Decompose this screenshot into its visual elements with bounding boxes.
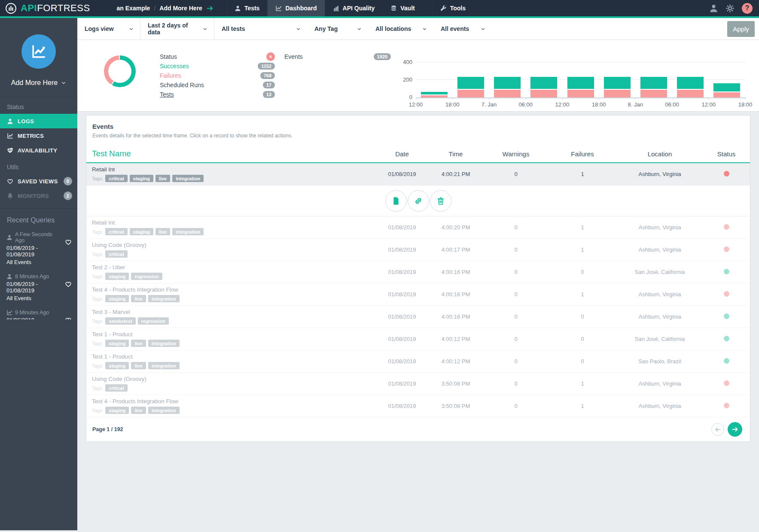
status-dot-failure [724,291,729,297]
chart-x-tick-label: 8. Jan [628,101,643,108]
date-cell: 01/08/2019 [376,313,428,320]
filter-dropdown-any-tag[interactable]: Any Tag [307,18,368,40]
nav-item-vault[interactable]: Vault [382,0,422,16]
top-navbar: APIFORTRESS an Example / Add More Here T… [0,0,759,18]
status-row-status: Status [160,52,275,61]
breadcrumb-section[interactable]: Add More Here [159,5,202,12]
bar-failure-segment [494,90,521,97]
filter-dropdown-last-2-days-of-data[interactable]: Last 2 days of data [140,18,214,40]
status-row-successes: Successes1152 [160,61,275,71]
filter-dropdown-all-tests[interactable]: All tests [214,18,307,40]
nav-item-tests[interactable]: Tests [226,0,268,16]
sidebar-item-logs[interactable]: LOGS [0,114,77,128]
next-page-button[interactable] [728,422,742,437]
main-nav-menu: TestsDashboardAPI QualityVaultTools [226,0,474,16]
bar-failure-segment [640,90,667,97]
favorite-heart-icon[interactable] [65,317,72,319]
table-row[interactable]: Retail IntTags:criticalstagingliveintegr… [86,163,750,185]
recent-query-item[interactable]: 8 Minutes Ago01/06/2019 - 01/08/2019All … [0,271,77,307]
link-action-button[interactable] [408,190,429,212]
table-row[interactable]: Test 1 - ProductTags:stagingliveintegrat… [86,350,750,373]
bar-success-segment [421,92,448,95]
tags-label: Tags: [92,296,103,301]
failures-cell: 1 [548,224,617,231]
breadcrumb-project[interactable]: an Example [117,5,150,12]
sidebar-item-metrics[interactable]: METRICS [0,128,77,143]
recent-query-item[interactable]: A Few Seconds Ago01/06/2019 - 01/08/2019… [0,228,77,271]
nav-item-api-quality[interactable]: API Quality [325,0,383,16]
stacked-bar [530,77,557,97]
column-header-failures[interactable]: Failures [548,150,617,158]
column-header-time[interactable]: Time [428,150,484,158]
column-header-warnings[interactable]: Warnings [484,150,548,158]
project-selector-label: Add More Here [11,79,58,87]
chart-x-tick-label: 18:00 [738,101,753,108]
bar-failure-segment [457,90,484,97]
filter-dropdown-logs-view[interactable]: Logs view [77,18,140,40]
sidebar: Add More Here StatusLOGSMETRICSAVAILABIL… [0,18,77,530]
chevron-down-icon [475,27,485,31]
breadcrumb[interactable]: an Example / Add More Here [117,0,213,16]
test-name: Test 3 - Marvel [92,309,376,315]
pagination-bar: Page 1 / 192 [86,417,750,441]
failures-cell: 0 [548,269,617,275]
table-row[interactable]: Test 4 - Products Integration FlowTags:s… [86,283,750,306]
apifortress-logo[interactable]: APIFORTRESS [0,0,102,16]
favorite-heart-icon[interactable] [65,239,72,247]
sidebar-section-header: Utils [0,158,77,174]
table-row[interactable]: Test 3 - MarvelTags:smoketestregression0… [86,306,750,328]
nav-item-tools[interactable]: Tools [432,0,474,16]
chart-x-tick [635,97,636,100]
events-card-title: Events [92,123,744,130]
column-header-test-name[interactable]: Test Name [86,149,376,158]
recent-query-title: 9 Minutes Ago [6,310,63,316]
column-header-location[interactable]: Location [617,150,703,158]
recent-query-item[interactable]: 9 Minutes Ago01/06/2019 - 01/08/2019All … [0,307,77,319]
filter-dropdown-all-events[interactable]: All events [433,18,492,40]
column-header-date[interactable]: Date [376,150,428,158]
line-chart-icon [275,5,282,12]
favorite-heart-icon[interactable] [65,281,72,289]
stacked-bar [713,83,740,97]
events-card-header: Events Events details for the selected t… [86,116,750,139]
nav-item-dashboard[interactable]: Dashboard [267,0,324,16]
project-selector[interactable]: Add More Here [0,79,77,87]
user-icon [235,5,241,12]
table-row[interactable]: Retail IntTags:criticalstagingliveintegr… [86,216,750,239]
table-row[interactable]: Using Code (Groovy)Tags:critical01/08/20… [86,373,750,395]
table-row[interactable]: Test 4 - Products Integration FlowTags:s… [86,395,750,417]
sidebar-item-availability[interactable]: AVAILABILITY [0,143,77,158]
column-header-status[interactable]: Status [703,150,750,158]
bar-success-segment [457,77,484,90]
warnings-cell: 0 [484,358,548,365]
date-cell: 01/08/2019 [376,224,428,231]
date-cell: 01/08/2019 [376,336,428,342]
failures-count-badge: 768 [260,72,275,79]
bar-failure-segment [677,90,704,97]
prev-page-button[interactable] [711,423,724,436]
tag-pill: integration [172,175,204,182]
chevron-down-icon [416,27,427,31]
table-row[interactable]: Test 2 - UberTags:stagingregression01/08… [86,261,750,283]
sidebar-item-monitors[interactable]: MONITORS2 [0,188,77,203]
dropdown-value: Last 2 days of data [148,22,197,36]
tag-pill: critical [105,175,127,182]
settings-gear-icon[interactable] [725,4,735,13]
bar-success-segment [494,77,521,90]
apply-button[interactable]: Apply [727,21,755,37]
tags-label: Tags: [92,274,103,279]
table-row[interactable]: Using Code (Groovy)Tags:critical01/08/20… [86,239,750,261]
chart-x-tick-label: 06:00 [518,101,533,108]
database-icon [390,5,397,12]
chart-x-tick [452,97,453,100]
sidebar-item-saved-views[interactable]: SAVED VIEWS0 [0,174,77,188]
filter-dropdown-all-locations[interactable]: All locations [368,18,433,40]
chart-x-tick [672,97,673,100]
project-avatar[interactable] [21,34,56,69]
account-icon[interactable] [709,4,718,13]
help-button[interactable]: ? [742,3,753,14]
table-row[interactable]: Test 1 - ProductTags:stagingliveintegrat… [86,328,750,350]
stacked-bar [677,77,704,97]
file-action-button[interactable] [385,190,407,212]
trash-action-button[interactable] [430,190,451,212]
